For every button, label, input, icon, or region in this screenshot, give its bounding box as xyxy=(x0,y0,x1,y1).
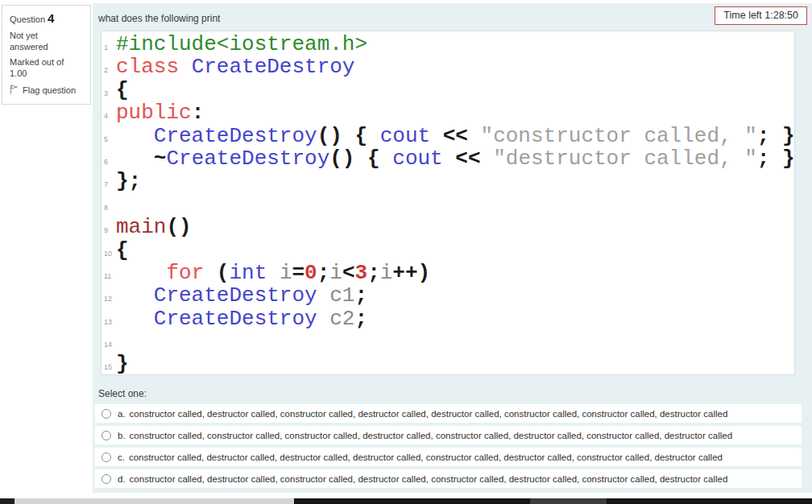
time-left-text: Time left 1:28:50 xyxy=(723,10,798,21)
answer-option-c[interactable]: c.constructor called, destructor called,… xyxy=(95,448,802,466)
select-one-prompt: Select one: xyxy=(98,388,812,399)
code-block: 1#include<iostream.h>2class CreateDestro… xyxy=(101,31,795,375)
radio-button[interactable] xyxy=(102,452,111,462)
code-line: 10{ xyxy=(102,239,794,262)
code-line: 13 CreateDestroy c2; xyxy=(102,308,794,330)
option-key: a. xyxy=(118,409,126,419)
question-grade: Marked out of 1.00 xyxy=(10,57,77,80)
scrollbar-track-right[interactable] xyxy=(607,498,812,504)
option-key: d. xyxy=(118,474,126,484)
code-line: 9main() xyxy=(102,216,794,238)
question-label: Question xyxy=(10,14,45,24)
scrollbar-thumb[interactable] xyxy=(14,498,294,504)
answer-option-d[interactable]: d.constructor called, destructor called,… xyxy=(95,469,802,488)
question-status: Not yet answered xyxy=(10,31,77,53)
radio-button[interactable] xyxy=(102,409,111,419)
question-text: what does the following print xyxy=(98,13,812,25)
option-key: b. xyxy=(118,431,126,440)
flag-icon xyxy=(10,85,19,97)
question-number-value: 4 xyxy=(48,11,54,25)
answer-option-a[interactable]: a.constructor called, destructor called,… xyxy=(95,404,802,423)
question-number: Question 4 xyxy=(10,11,84,27)
line-number: 15 xyxy=(102,356,116,375)
scrollbar-track-left[interactable] xyxy=(0,498,14,504)
code-line: 1#include<iostream.h> xyxy=(102,33,794,56)
code-line: 6 ~CreateDestroy() { cout << "destructor… xyxy=(102,147,794,170)
radio-button[interactable] xyxy=(102,474,111,484)
code-line: 12 CreateDestroy c1; xyxy=(102,284,794,307)
option-text[interactable]: constructor called, destructor called, c… xyxy=(130,409,728,419)
code-line: 4public: xyxy=(102,101,794,124)
code-line: 7}; xyxy=(102,170,794,192)
question-content: Time left 1:28:50 what does the followin… xyxy=(93,3,812,493)
code-line: 3{ xyxy=(102,79,794,101)
code-line: 15} xyxy=(102,353,794,375)
code-line: 11 for (int i=0;i<3;i++) xyxy=(102,262,794,284)
answer-option-b[interactable]: b.constructor called, constructor called… xyxy=(95,426,802,444)
flag-question-link[interactable]: Flag question xyxy=(10,85,84,97)
bottom-scrollbar[interactable] xyxy=(0,498,812,504)
option-key: c. xyxy=(118,452,125,462)
option-text[interactable]: constructor called, destructor called, d… xyxy=(129,452,723,462)
code-line: 14 xyxy=(102,330,794,353)
scrollbar-track-segment[interactable] xyxy=(530,498,607,504)
question-info-box: Question 4 Not yet answered Marked out o… xyxy=(2,5,91,105)
quiz-page: Question 4 Not yet answered Marked out o… xyxy=(0,0,812,504)
option-text[interactable]: constructor called, constructor called, … xyxy=(130,431,732,440)
flag-question-label: Flag question xyxy=(23,85,76,97)
code-line: 8 xyxy=(102,193,794,216)
option-text[interactable]: constructor called, destructor called, c… xyxy=(130,474,728,484)
scrollbar-track-mid[interactable] xyxy=(294,498,530,504)
timer-badge: Time left 1:28:50 xyxy=(715,6,807,25)
answer-options: a.constructor called, destructor called,… xyxy=(93,404,812,488)
code-line: 5 CreateDestroy() { cout << "constructor… xyxy=(102,125,794,147)
radio-button[interactable] xyxy=(102,431,111,440)
code-line: 2class CreateDestroy xyxy=(102,56,794,78)
